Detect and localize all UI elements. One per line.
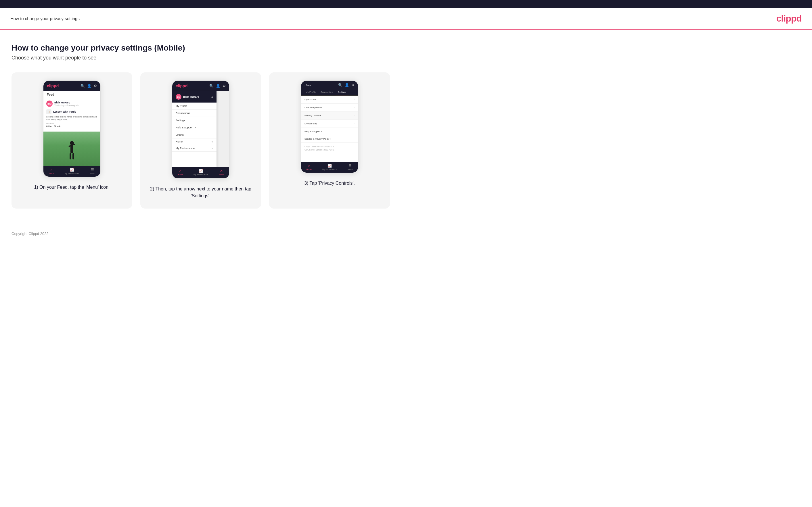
menu-avatar: BM xyxy=(176,94,182,100)
arrow-icon-3: › xyxy=(354,114,355,117)
nav-home-2[interactable]: ⌂ Home xyxy=(177,169,183,175)
svg-rect-3 xyxy=(69,153,71,159)
menu-home-label: Home xyxy=(176,140,183,143)
main-content: How to change your privacy settings (Mob… xyxy=(0,30,812,226)
nav-performance-1[interactable]: 📈 My Performance xyxy=(65,168,80,174)
settings-privacy-controls[interactable]: Privacy Controls › xyxy=(301,112,358,120)
home-icon-2: ⌂ xyxy=(179,169,181,173)
settings-my-golf-bag[interactable]: My Golf Bag › xyxy=(301,120,358,128)
nav-performance-2[interactable]: 📈 My Performance xyxy=(194,169,208,175)
search-icon-3: 🔍 xyxy=(338,83,343,87)
chevron-down-icon-2: ∨ xyxy=(211,147,213,150)
feed-desc: Looking to feel like my hands are exitin… xyxy=(46,115,98,121)
page-title: How to change your privacy settings (Mob… xyxy=(11,43,801,53)
footer: Copyright Clippd 2022 xyxy=(0,226,812,241)
arrow-icon-4: › xyxy=(354,122,355,125)
nav-performance-label-3: My Performance xyxy=(322,168,337,170)
app-header-2: clippd 🔍 👤 ⚙ xyxy=(172,81,229,91)
settings-header: ‹ Back 🔍 👤 ⚙ xyxy=(301,81,358,89)
settings-data-integrations[interactable]: Data Integrations › xyxy=(301,104,358,112)
svg-rect-4 xyxy=(72,153,74,159)
tab-connections[interactable]: Connections xyxy=(318,89,336,95)
bg-content: BM Blair McHarg ∧ My Profile Connections… xyxy=(172,91,229,167)
phone-screen-1: clippd 🔍 👤 ⚙ Feed BM xyxy=(43,81,100,177)
menu-user-left: BM Blair McHarg xyxy=(176,94,199,100)
bottom-nav-1: ⌂ Home 📈 My Performance ☰ Menu xyxy=(43,166,100,177)
header-title: How to change your privacy settings xyxy=(10,16,80,21)
feed-username: Blair McHarg xyxy=(54,101,79,104)
nav-close-2[interactable]: ✕ Menu xyxy=(219,169,224,175)
settings-icon-2: ⚙ xyxy=(222,84,226,88)
menu-home-section[interactable]: Home ∨ xyxy=(172,138,216,145)
nav-home-label-3: Home xyxy=(306,168,312,170)
feed-tab: Feed xyxy=(43,91,100,98)
menu-settings[interactable]: Settings xyxy=(172,117,216,124)
svg-rect-1 xyxy=(70,145,73,153)
tab-my-profile[interactable]: My Profile xyxy=(303,89,318,95)
tab-settings[interactable]: Settings xyxy=(336,89,349,95)
nav-menu-1[interactable]: ☰ Menu xyxy=(90,168,95,174)
person-icon-2: 👤 xyxy=(216,84,220,88)
settings-help-support[interactable]: Help & Support ↗ xyxy=(301,128,358,135)
nav-home-3[interactable]: ⌂ Home xyxy=(306,164,312,170)
app-logo-1: clippd xyxy=(47,83,59,88)
menu-user-row: BM Blair McHarg ∧ xyxy=(172,91,216,103)
step-2-desc: 2) Then, tap the arrow next to your name… xyxy=(148,185,253,200)
phone-screen-2: clippd 🔍 👤 ⚙ xyxy=(172,81,229,178)
settings-service-privacy[interactable]: Service & Privacy Policy ↗ xyxy=(301,135,358,143)
home-icon: ⌂ xyxy=(50,168,52,172)
settings-my-account[interactable]: My Account › xyxy=(301,96,358,104)
app-header-icons-2: 🔍 👤 ⚙ xyxy=(209,84,226,88)
phone-mockup-3: ‹ Back 🔍 👤 ⚙ My Profile Connections Sett… xyxy=(301,80,358,173)
menu-connections[interactable]: Connections xyxy=(172,110,216,117)
golfer-silhouette xyxy=(66,140,78,163)
logo: clippd xyxy=(776,13,802,24)
arrow-icon-1: › xyxy=(354,98,355,101)
steps-container: clippd 🔍 👤 ⚙ Feed BM xyxy=(11,72,801,209)
menu-performance-label: My Performance xyxy=(176,147,195,150)
settings-icon-3: ⚙ xyxy=(351,83,355,87)
settings-screen: ‹ Back 🔍 👤 ⚙ My Profile Connections Sett… xyxy=(301,81,358,173)
home-icon-3: ⌂ xyxy=(308,164,310,168)
menu-performance-section[interactable]: My Performance ∨ xyxy=(172,145,216,152)
app-logo-2: clippd xyxy=(176,83,188,88)
avatar-1: BM xyxy=(46,101,53,107)
person-icon: 👤 xyxy=(87,84,92,88)
nav-menu-3[interactable]: ☰ Menu xyxy=(348,164,353,170)
nav-performance-3[interactable]: 📈 My Performance xyxy=(322,164,337,170)
menu-my-profile[interactable]: My Profile xyxy=(172,103,216,110)
settings-list: My Account › Data Integrations › Privacy… xyxy=(301,96,358,162)
nav-menu-label-2: Menu xyxy=(219,173,224,175)
menu-logout[interactable]: Logout xyxy=(172,131,216,138)
menu-panel: BM Blair McHarg ∧ My Profile Connections… xyxy=(172,91,216,167)
feed-lesson: 📋 Lesson with Fordy xyxy=(46,108,98,115)
phone-mockup-1: clippd 🔍 👤 ⚙ Feed BM xyxy=(43,80,101,177)
header: How to change your privacy settings clip… xyxy=(0,8,812,30)
my-account-label: My Account xyxy=(305,98,316,101)
search-icon-2: 🔍 xyxy=(209,84,214,88)
person-icon-3: 👤 xyxy=(345,83,349,87)
step-2-card: clippd 🔍 👤 ⚙ xyxy=(140,72,261,209)
nav-home-label-2: Home xyxy=(177,173,183,175)
phone-mockup-2: clippd 🔍 👤 ⚙ xyxy=(172,80,230,179)
golf-image xyxy=(43,131,100,166)
menu-icon: ☰ xyxy=(91,168,94,172)
lesson-title: Lesson with Fordy xyxy=(53,110,76,113)
nav-home-label-1: Home xyxy=(49,172,54,174)
lesson-icon: 📋 xyxy=(46,109,51,114)
settings-header-icons: 🔍 👤 ⚙ xyxy=(338,83,355,87)
nav-performance-label-1: My Performance xyxy=(65,172,80,174)
version-info: Clippd Client Version: 2022.8.3-3 GQL Se… xyxy=(301,143,358,154)
privacy-controls-label: Privacy Controls xyxy=(305,114,321,117)
nav-performance-label-2: My Performance xyxy=(194,173,208,175)
bottom-nav-2: ⌂ Home 📈 My Performance ✕ Menu xyxy=(172,167,229,178)
page-subtitle: Choose what you want people to see xyxy=(11,55,801,61)
feed-duration-label: Duration xyxy=(46,122,98,124)
menu-help-support[interactable]: Help & Support ↗ xyxy=(172,124,216,131)
feed-duration-value: 01 hr : 30 min xyxy=(46,125,98,127)
nav-home-1[interactable]: ⌂ Home xyxy=(49,168,54,174)
step-3-card: ‹ Back 🔍 👤 ⚙ My Profile Connections Sett… xyxy=(269,72,390,209)
version-client: Clippd Client Version: 2022.8.3-3 xyxy=(305,145,355,148)
step-1-desc: 1) On your Feed, tap the 'Menu' icon. xyxy=(34,184,109,191)
back-button[interactable]: ‹ Back xyxy=(305,84,311,87)
